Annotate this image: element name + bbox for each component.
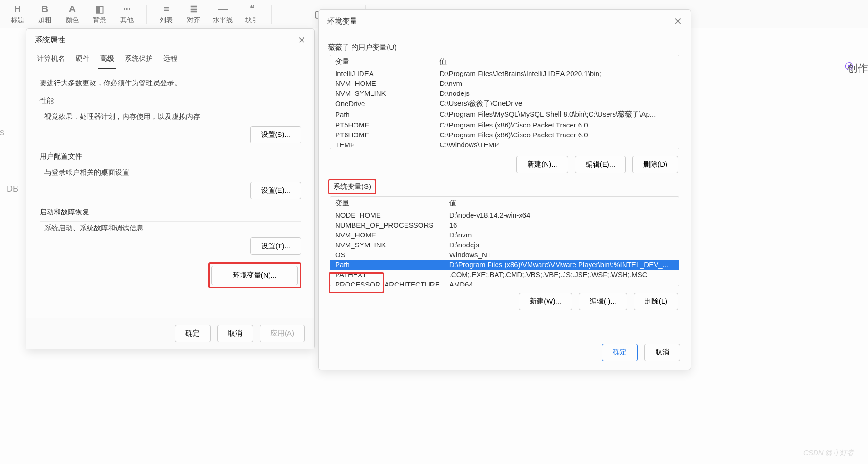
sys-vars-label: 系统变量(S) [333,182,371,190]
table-row[interactable]: NUMBER_OF_PROCESSORS16 [330,220,679,230]
toolbar-icon: A [69,4,76,14]
userprofile-head: 用户配置文件 [40,152,301,161]
tab-计算机名[interactable]: 计算机名 [35,51,67,69]
watermark: CSDN @守灯者 [803,448,854,457]
toolbar-item[interactable]: B加粗 [37,4,53,25]
userprofile-desc: 与登录帐户相关的桌面设置 [40,168,301,177]
table-row[interactable]: NVM_HOMED:\nvm [330,230,679,240]
toolbar-label: 加粗 [38,16,51,25]
close-icon[interactable]: ✕ [298,34,306,46]
sysvars-highlight: 系统变量(S) [328,179,376,194]
table-row[interactable]: NVM_SYMLINKD:\nodejs [330,88,679,98]
col-variable[interactable]: 变量 [330,55,435,68]
table-row[interactable]: PT5HOMEC:\Program Files (x86)\Cisco Pack… [330,120,679,130]
user-vars-label: 薇薇子 的用户变量(U) [328,43,681,52]
toolbar-label: 块引 [245,16,259,25]
user-new-button[interactable]: 新建(N)... [516,156,568,173]
table-row[interactable]: PATHEXT.COM;.EXE;.BAT;.CMD;.VBS;.VBE;.JS… [330,270,679,279]
sys-delete-button[interactable]: 删除(L) [634,293,678,310]
toolbar-item[interactable]: H标题 [9,4,25,25]
tab-硬件[interactable]: 硬件 [74,51,92,69]
toolbar-label: 对齐 [187,16,200,25]
toolbar-icon: — [218,4,228,14]
toolbar-item[interactable]: ≡列表 [158,4,174,25]
sysprops-title: 系统属性 [35,35,65,45]
toolbar-icon: ❝ [250,4,255,14]
toolbar-item[interactable]: ❝块引 [244,4,260,25]
tab-高级[interactable]: 高级 [98,51,116,69]
environment-variables-dialog: 环境变量 ✕ 薇薇子 的用户变量(U) 变量 值 IntelliJ IDEAD:… [318,9,691,370]
table-row[interactable]: PathD:\Program Files (x86)\VMware\VMware… [330,260,679,270]
left-fragment-s: s [0,127,4,137]
col-variable[interactable]: 变量 [330,197,445,210]
perf-settings-button[interactable]: 设置(S)... [250,126,302,143]
ok-button[interactable]: 确定 [602,344,638,361]
toolbar-item[interactable]: A颜色 [64,4,80,25]
tab-系统保护[interactable]: 系统保护 [123,51,155,69]
perf-head: 性能 [40,96,301,105]
create-label[interactable]: 创作 [847,61,868,76]
envvars-title: 环境变量 [327,17,357,26]
table-row[interactable]: NODE_HOMED:\node-v18.14.2-win-x64 [330,210,679,220]
startup-settings-button[interactable]: 设置(T)... [250,237,301,255]
toolbar-label: 颜色 [66,16,79,25]
toolbar-icon: B [42,4,48,14]
user-vars-table[interactable]: 变量 值 IntelliJ IDEAD:\Program Files\JetBr… [330,55,679,149]
cancel-button[interactable]: 取消 [217,325,253,342]
toolbar-icon: ≣ [190,4,198,14]
cancel-button[interactable]: 取消 [644,344,680,361]
toolbar-item[interactable]: —水平线 [213,4,233,25]
toolbar-label: 背景 [93,16,106,25]
sys-edit-button[interactable]: 编辑(I)... [579,293,627,310]
user-delete-button[interactable]: 删除(D) [632,156,678,173]
table-row[interactable]: PT6HOMEC:\Program Files (x86)\Cisco Pack… [330,130,679,140]
close-icon[interactable]: ✕ [674,16,682,27]
user-edit-button[interactable]: 编辑(E)... [575,156,626,173]
ok-button[interactable]: 确定 [175,325,211,342]
startup-desc: 系统启动、系统故障和调试信息 [40,224,301,233]
table-row[interactable]: NVM_SYMLINKD:\nodejs [330,240,679,250]
table-row[interactable]: TEMPC:\Windows\TEMP [330,140,679,149]
toolbar-label: 标题 [11,16,24,25]
userprofile-settings-button[interactable]: 设置(E)... [250,182,302,199]
tab-远程[interactable]: 远程 [161,51,179,69]
admin-intro: 要进行大多数更改，你必须作为管理员登录。 [40,79,301,88]
perf-desc: 视觉效果，处理器计划，内存使用，以及虚拟内存 [40,112,301,121]
toolbar-icon: ··· [123,4,131,14]
left-fragment-db: DB [7,184,18,194]
apply-button[interactable]: 应用(A) [260,325,305,342]
table-row[interactable]: PathC:\Program Files\MySQL\MySQL Shell 8… [330,109,679,120]
col-value[interactable]: 值 [435,55,679,68]
sys-new-button[interactable]: 新建(W)... [519,293,572,310]
table-row[interactable]: OneDriveC:\Users\薇薇子\OneDrive [330,98,679,109]
sysprops-tabs: 计算机名硬件高级系统保护远程 [26,51,314,69]
toolbar-icon: H [14,4,21,14]
toolbar-icon: ≡ [163,4,169,14]
envvar-highlight: 环境变量(N)... [208,262,301,288]
toolbar-item[interactable]: ◧背景 [92,4,108,25]
startup-head: 启动和故障恢复 [40,208,301,217]
sys-vars-table[interactable]: 变量 值 NODE_HOMED:\node-v18.14.2-win-x64NU… [330,196,679,286]
system-properties-dialog: 系统属性 ✕ 计算机名硬件高级系统保护远程 要进行大多数更改，你必须作为管理员登… [26,28,315,349]
toolbar-label: 列表 [160,16,173,25]
toolbar-label: 水平线 [213,16,233,25]
col-value[interactable]: 值 [445,197,679,210]
table-row[interactable]: IntelliJ IDEAD:\Program Files\JetBrains\… [330,68,679,79]
toolbar-label: 其他 [120,16,134,25]
toolbar-item[interactable] [283,9,299,19]
toolbar-item[interactable]: ···其他 [119,4,135,25]
table-row[interactable]: OSWindows_NT [330,250,679,260]
table-row[interactable]: NVM_HOMED:\nvm [330,78,679,88]
toolbar-item[interactable]: ≣对齐 [185,4,202,25]
table-row[interactable]: PROCESSOR_ARCHITECTUREAMD64 [330,279,679,286]
toolbar-icon: ◧ [95,4,104,14]
environment-variables-button[interactable]: 环境变量(N)... [211,266,298,285]
